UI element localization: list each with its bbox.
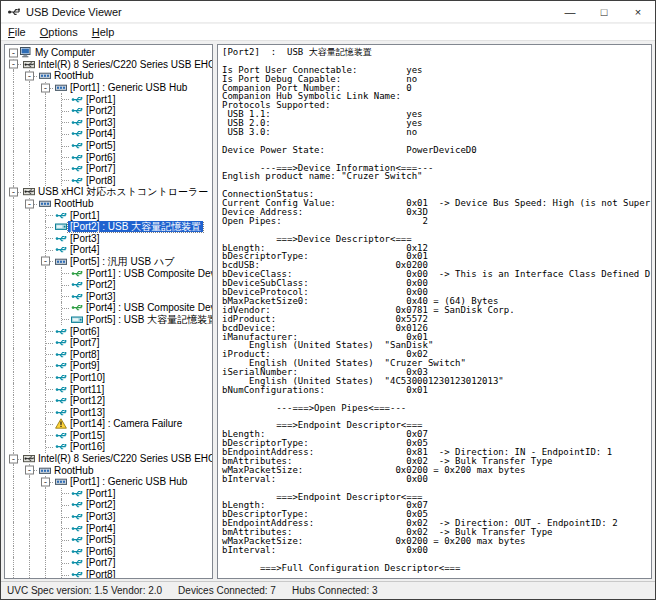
- tree-item[interactable]: -[Port1] : Generic USB Hub: [6, 82, 212, 94]
- tree-item[interactable]: -RootHub: [6, 464, 212, 476]
- tree-item[interactable]: [Port8]: [6, 348, 212, 360]
- usb-hub-icon: [54, 476, 68, 487]
- tree-indent-guide: [22, 117, 38, 129]
- tree-item[interactable]: [Port1]: [6, 209, 212, 221]
- tree-indent-guide: [6, 82, 22, 94]
- expander-icon[interactable]: -: [41, 83, 50, 92]
- tree-item[interactable]: [Port10]: [6, 372, 212, 384]
- tree-indent-guide: [6, 221, 22, 233]
- tree-item[interactable]: [Port6]: [6, 325, 212, 337]
- tree-item[interactable]: [Port1]: [6, 93, 212, 105]
- minimize-button[interactable]: —: [553, 1, 587, 22]
- tree-connector: [54, 302, 70, 314]
- tree-item[interactable]: [Port16]: [6, 441, 212, 453]
- tree-item[interactable]: [Port5]: [6, 534, 212, 546]
- tree-item[interactable]: -USB xHCI 対応ホストコントローラー: [6, 186, 212, 198]
- tree-item[interactable]: [Port12]: [6, 395, 212, 407]
- tree-item[interactable]: [Port5]: [6, 140, 212, 152]
- tree-item[interactable]: [Port4]: [6, 522, 212, 534]
- tree-item[interactable]: [Port7]: [6, 557, 212, 569]
- tree-indent-guide: [22, 233, 38, 245]
- tree-connector: [38, 418, 54, 430]
- tree-item[interactable]: [Port9]: [6, 360, 212, 372]
- menu-help[interactable]: Help: [85, 24, 122, 40]
- tree-item[interactable]: -[Port1] : Generic USB Hub: [6, 476, 212, 488]
- tree-indent-guide: [22, 221, 38, 233]
- tree-connector: [54, 105, 70, 117]
- expander-icon[interactable]: -: [9, 48, 18, 57]
- tree-item[interactable]: [Port4]: [6, 244, 212, 256]
- expander-icon[interactable]: -: [25, 466, 34, 475]
- tree-item-label: [Port2]: [84, 105, 117, 116]
- title-bar: USB Device Viewer —□×: [1, 1, 655, 23]
- expander-icon[interactable]: -: [25, 199, 34, 208]
- tree-item[interactable]: [Port6]: [6, 151, 212, 163]
- device-details-pane[interactable]: [Port2] : USB 大容量記憶装置 Is Port User Conne…: [217, 44, 652, 579]
- tree-indent-guide: [38, 488, 54, 500]
- tree-item[interactable]: [Port7]: [6, 163, 212, 175]
- tree-item[interactable]: [Port14] : Camera Failure: [6, 418, 212, 430]
- tree-item[interactable]: [Port5] : USB 大容量記憶装置: [6, 314, 212, 326]
- expander-icon[interactable]: -: [41, 477, 50, 486]
- tree-item[interactable]: [Port15]: [6, 430, 212, 442]
- close-button[interactable]: ×: [621, 1, 655, 22]
- tree-item[interactable]: [Port2]: [6, 105, 212, 117]
- tree-indent-guide: [6, 244, 22, 256]
- tree-item-label: [Port7]: [84, 557, 117, 568]
- usb-port-icon: [70, 128, 84, 139]
- menu-options[interactable]: Options: [33, 24, 85, 40]
- tree-indent-guide: [38, 522, 54, 534]
- tree-item-label: [Port7]: [84, 163, 117, 174]
- expander-icon[interactable]: -: [9, 187, 18, 196]
- tree-item-label: [Port2]: [84, 499, 117, 510]
- expander-icon[interactable]: -: [9, 60, 18, 69]
- tree-item-label: [Port8]: [84, 175, 117, 186]
- expander-icon[interactable]: -: [25, 71, 34, 80]
- tree-connector: [38, 383, 54, 395]
- usb-port-icon: [70, 117, 84, 128]
- tree-item[interactable]: -Intel(R) 8 Series/C220 Series USB EHCI …: [6, 59, 212, 71]
- tree-item[interactable]: [Port8]: [6, 175, 212, 187]
- tree-item[interactable]: [Port3]: [6, 511, 212, 523]
- tree-item-label: [Port3]: [84, 117, 117, 128]
- usb-port-icon: [54, 233, 68, 244]
- tree-item-label: [Port14] : Camera Failure: [68, 418, 184, 429]
- tree-connector: [54, 534, 70, 546]
- tree-item-label: RootHub: [52, 465, 95, 476]
- tree-item[interactable]: [Port11]: [6, 383, 212, 395]
- tree-item[interactable]: [Port2]: [6, 279, 212, 291]
- tree-item[interactable]: [Port8]: [6, 569, 212, 579]
- tree-indent-guide: [38, 105, 54, 117]
- expander-icon[interactable]: -: [41, 257, 50, 266]
- tree-item[interactable]: [Port4] : USB Composite Device: [6, 302, 212, 314]
- tree-item-label: [Port4]: [68, 244, 101, 255]
- tree-indent-guide: [22, 105, 38, 117]
- tree-item[interactable]: -My Computer: [6, 47, 212, 59]
- tree-item[interactable]: [Port1] : USB Composite Device: [6, 267, 212, 279]
- tree-item[interactable]: -RootHub: [6, 70, 212, 82]
- tree-item[interactable]: -Intel(R) 8 Series/C220 Series USB EHCI …: [6, 453, 212, 465]
- tree-item[interactable]: -RootHub: [6, 198, 212, 210]
- usb-hub-icon: [38, 465, 52, 476]
- tree-indent-guide: [22, 175, 38, 187]
- tree-item[interactable]: [Port3]: [6, 117, 212, 129]
- tree-item[interactable]: [Port13]: [6, 406, 212, 418]
- tree-connector: [38, 244, 54, 256]
- tree-item[interactable]: [Port2]: [6, 499, 212, 511]
- usb-port-icon: [54, 430, 68, 441]
- tree-item[interactable]: [Port3]: [6, 290, 212, 302]
- tree-item[interactable]: [Port1]: [6, 488, 212, 500]
- tree-item[interactable]: [Port3]: [6, 233, 212, 245]
- tree-item[interactable]: [Port2] : USB 大容量記憶装置: [6, 221, 212, 233]
- tree-item[interactable]: -[Port5] : 汎用 USB ハブ: [6, 256, 212, 268]
- tree-connector: [54, 314, 70, 326]
- maximize-button[interactable]: □: [587, 1, 621, 22]
- menu-file[interactable]: File: [1, 24, 33, 40]
- tree-indent-guide: [22, 151, 38, 163]
- tree-item[interactable]: [Port6]: [6, 546, 212, 558]
- tree-item[interactable]: [Port7]: [6, 337, 212, 349]
- usb-port-icon: [70, 534, 84, 545]
- expander-icon[interactable]: -: [9, 454, 18, 463]
- tree-connector: -: [22, 464, 38, 476]
- tree-item[interactable]: [Port4]: [6, 128, 212, 140]
